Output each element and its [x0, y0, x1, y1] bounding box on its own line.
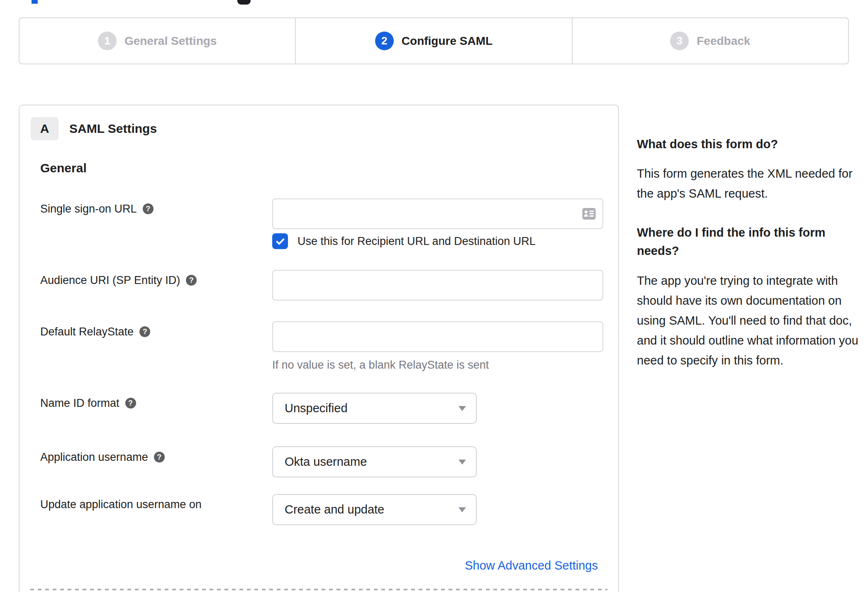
step-1-label: General Settings — [124, 34, 217, 48]
recipient-url-checkbox-label[interactable]: Use this for Recipient URL and Destinati… — [297, 235, 536, 248]
default-relaystate-input[interactable] — [272, 321, 603, 352]
application-username-label: Application username ? — [40, 450, 165, 464]
help-sidebar: What does this form do? This form genera… — [637, 137, 864, 390]
audience-uri-label: Audience URI (SP Entity ID) ? — [40, 273, 197, 287]
step-3-label: Feedback — [697, 34, 750, 48]
autofill-contact-card-icon[interactable] — [582, 208, 596, 220]
application-username-help-icon[interactable]: ? — [154, 452, 165, 462]
sso-url-input-wrap — [272, 198, 603, 229]
audience-uri-input[interactable] — [272, 270, 603, 301]
step-2-number-badge: 2 — [375, 32, 394, 50]
audience-uri-help-icon[interactable]: ? — [186, 275, 197, 286]
name-id-format-select[interactable]: Unspecified — [272, 393, 477, 424]
general-section-heading: General — [40, 161, 87, 175]
cutoff-app-logo — [237, 0, 251, 5]
step-1-number-badge: 1 — [98, 32, 117, 50]
configure-saml-page: { "colors": { "accent": "#1662dd", "bord… — [0, 0, 868, 592]
checkmark-icon — [275, 236, 286, 247]
cutoff-blue-element — [32, 0, 38, 4]
update-username-select[interactable]: Create and update — [272, 494, 477, 525]
chevron-down-icon — [458, 507, 466, 512]
application-username-value: Okta username — [285, 455, 367, 469]
step-3-number-badge: 3 — [670, 32, 689, 50]
application-username-select[interactable]: Okta username — [272, 446, 477, 477]
section-dashed-divider — [30, 589, 607, 590]
recipient-url-checkbox-row: Use this for Recipient URL and Destinati… — [272, 233, 536, 249]
default-relaystate-help-icon[interactable]: ? — [139, 326, 150, 337]
help-question-1: What does this form do? — [637, 137, 846, 151]
step-feedback[interactable]: 3 Feedback — [572, 18, 848, 64]
recipient-url-checkbox[interactable] — [272, 233, 288, 249]
section-a-badge: A — [31, 117, 59, 140]
name-id-format-help-icon[interactable]: ? — [125, 398, 136, 409]
step-configure-saml[interactable]: 2 Configure SAML — [295, 18, 571, 64]
update-username-label: Update application username on — [40, 497, 202, 511]
chevron-down-icon — [458, 406, 466, 411]
help-question-2: Where do I find the info this form needs… — [637, 223, 846, 260]
sso-url-help-icon[interactable]: ? — [143, 203, 154, 214]
step-2-label: Configure SAML — [402, 34, 493, 48]
name-id-format-value: Unspecified — [285, 401, 348, 415]
saml-settings-panel: A SAML Settings General Single sign-on U… — [19, 105, 619, 592]
saml-settings-header: A SAML Settings — [31, 117, 157, 140]
sso-url-input[interactable] — [272, 198, 603, 229]
relaystate-hint: If no value is set, a blank RelayState i… — [272, 359, 489, 372]
wizard-stepper: 1 General Settings 2 Configure SAML 3 Fe… — [19, 17, 849, 64]
help-answer-1: This form generates the XML needed for t… — [637, 164, 864, 203]
saml-settings-title: SAML Settings — [69, 122, 157, 136]
default-relaystate-label: Default RelayState ? — [40, 325, 150, 339]
chevron-down-icon — [458, 460, 466, 465]
name-id-format-label: Name ID format ? — [40, 396, 136, 410]
step-general-settings[interactable]: 1 General Settings — [20, 18, 295, 64]
update-username-value: Create and update — [285, 503, 384, 516]
sso-url-label: Single sign-on URL ? — [40, 202, 154, 216]
show-advanced-settings-link[interactable]: Show Advanced Settings — [465, 559, 598, 572]
help-answer-2: The app you're trying to integrate with … — [637, 271, 864, 370]
